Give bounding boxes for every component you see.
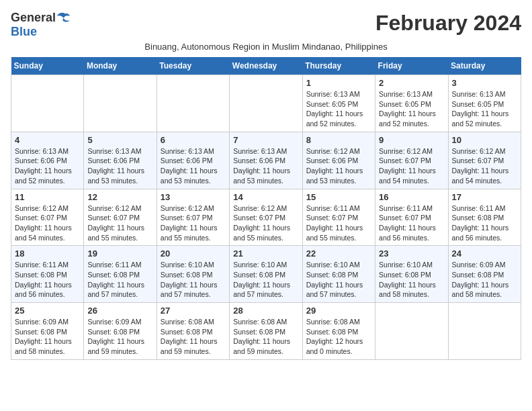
calendar-cell: 22Sunrise: 6:10 AMSunset: 6:08 PMDayligh… [302,246,375,303]
calendar-cell: 5Sunrise: 6:13 AMSunset: 6:06 PMDaylight… [84,132,157,189]
day-info: Sunrise: 6:13 AMSunset: 6:06 PMDaylight:… [87,146,152,186]
day-info: Sunrise: 6:10 AMSunset: 6:08 PMDaylight:… [379,260,444,300]
day-number: 15 [306,192,371,202]
day-info: Sunrise: 6:12 AMSunset: 6:07 PMDaylight:… [379,146,444,186]
calendar-cell: 18Sunrise: 6:11 AMSunset: 6:08 PMDayligh… [11,246,84,303]
day-number: 24 [452,248,517,259]
calendar-cell [84,75,157,132]
logo: General Blue [11,11,73,39]
calendar-cell [448,303,521,360]
day-number: 19 [87,248,152,259]
calendar-cell: 19Sunrise: 6:11 AMSunset: 6:08 PMDayligh… [84,246,157,303]
day-info: Sunrise: 6:11 AMSunset: 6:08 PMDaylight:… [15,260,80,300]
day-info: Sunrise: 6:13 AMSunset: 6:05 PMDaylight:… [306,89,371,129]
day-info: Sunrise: 6:13 AMSunset: 6:05 PMDaylight:… [379,89,444,129]
day-number: 25 [15,306,80,316]
calendar-cell: 12Sunrise: 6:12 AMSunset: 6:07 PMDayligh… [84,189,157,246]
logo-blue-text: Blue [11,25,37,39]
day-info: Sunrise: 6:13 AMSunset: 6:06 PMDaylight:… [233,146,298,186]
calendar-cell: 26Sunrise: 6:09 AMSunset: 6:08 PMDayligh… [84,303,157,360]
day-number: 16 [379,192,444,202]
calendar-cell: 8Sunrise: 6:12 AMSunset: 6:06 PMDaylight… [302,132,375,189]
calendar-cell: 9Sunrise: 6:12 AMSunset: 6:07 PMDaylight… [375,132,448,189]
calendar-week-3: 11Sunrise: 6:12 AMSunset: 6:07 PMDayligh… [11,189,521,246]
day-number: 13 [161,192,226,202]
column-header-tuesday: Tuesday [157,57,229,75]
calendar-cell: 25Sunrise: 6:09 AMSunset: 6:08 PMDayligh… [11,303,84,360]
day-info: Sunrise: 6:12 AMSunset: 6:07 PMDaylight:… [161,203,226,243]
day-info: Sunrise: 6:10 AMSunset: 6:08 PMDaylight:… [233,260,298,300]
calendar-cell: 11Sunrise: 6:12 AMSunset: 6:07 PMDayligh… [11,189,84,246]
day-info: Sunrise: 6:12 AMSunset: 6:07 PMDaylight:… [87,203,152,243]
calendar-cell: 27Sunrise: 6:08 AMSunset: 6:08 PMDayligh… [157,303,229,360]
day-number: 23 [379,248,444,259]
day-info: Sunrise: 6:11 AMSunset: 6:07 PMDaylight:… [379,203,444,243]
day-number: 28 [233,306,298,316]
day-number: 3 [452,78,517,88]
calendar-week-2: 4Sunrise: 6:13 AMSunset: 6:06 PMDaylight… [11,132,521,189]
calendar-cell: 21Sunrise: 6:10 AMSunset: 6:08 PMDayligh… [230,246,302,303]
day-number: 7 [233,135,298,145]
day-info: Sunrise: 6:10 AMSunset: 6:08 PMDaylight:… [306,260,371,300]
calendar-cell [11,75,84,132]
day-number: 27 [161,306,226,316]
calendar-week-1: 1Sunrise: 6:13 AMSunset: 6:05 PMDaylight… [11,75,521,132]
day-number: 21 [233,248,298,259]
day-info: Sunrise: 6:08 AMSunset: 6:08 PMDaylight:… [161,317,226,357]
calendar-table: SundayMondayTuesdayWednesdayThursdayFrid… [11,57,521,360]
day-number: 6 [161,135,226,145]
calendar-cell: 17Sunrise: 6:11 AMSunset: 6:08 PMDayligh… [448,189,521,246]
calendar-cell: 6Sunrise: 6:13 AMSunset: 6:06 PMDaylight… [157,132,229,189]
column-header-wednesday: Wednesday [230,57,302,75]
day-info: Sunrise: 6:10 AMSunset: 6:08 PMDaylight:… [161,260,226,300]
calendar-cell: 13Sunrise: 6:12 AMSunset: 6:07 PMDayligh… [157,189,229,246]
column-header-thursday: Thursday [302,57,375,75]
calendar-cell: 2Sunrise: 6:13 AMSunset: 6:05 PMDaylight… [375,75,448,132]
calendar-cell: 16Sunrise: 6:11 AMSunset: 6:07 PMDayligh… [375,189,448,246]
day-number: 29 [306,306,371,316]
header-row: SundayMondayTuesdayWednesdayThursdayFrid… [11,57,521,75]
logo-general-text: General [11,11,56,25]
calendar-cell: 3Sunrise: 6:13 AMSunset: 6:05 PMDaylight… [448,75,521,132]
day-info: Sunrise: 6:11 AMSunset: 6:08 PMDaylight:… [87,260,152,300]
day-info: Sunrise: 6:13 AMSunset: 6:06 PMDaylight:… [161,146,226,186]
column-header-monday: Monday [84,57,157,75]
day-info: Sunrise: 6:11 AMSunset: 6:08 PMDaylight:… [452,203,517,243]
day-info: Sunrise: 6:12 AMSunset: 6:07 PMDaylight:… [15,203,80,243]
day-number: 2 [379,78,444,88]
day-number: 8 [306,135,371,145]
calendar-week-5: 25Sunrise: 6:09 AMSunset: 6:08 PMDayligh… [11,303,521,360]
column-header-friday: Friday [375,57,448,75]
day-number: 22 [306,248,371,259]
day-info: Sunrise: 6:12 AMSunset: 6:07 PMDaylight:… [452,146,517,186]
calendar-cell [230,75,302,132]
calendar-cell [375,303,448,360]
day-info: Sunrise: 6:13 AMSunset: 6:06 PMDaylight:… [15,146,80,186]
day-number: 4 [15,135,80,145]
calendar-cell: 4Sunrise: 6:13 AMSunset: 6:06 PMDaylight… [11,132,84,189]
day-number: 12 [87,192,152,202]
day-info: Sunrise: 6:13 AMSunset: 6:05 PMDaylight:… [452,89,517,129]
calendar-cell: 1Sunrise: 6:13 AMSunset: 6:05 PMDaylight… [302,75,375,132]
day-number: 11 [15,192,80,202]
logo-bird-icon [57,11,73,25]
day-number: 20 [161,248,226,259]
day-info: Sunrise: 6:08 AMSunset: 6:08 PMDaylight:… [306,317,371,357]
calendar-cell: 15Sunrise: 6:11 AMSunset: 6:07 PMDayligh… [302,189,375,246]
calendar-cell: 14Sunrise: 6:12 AMSunset: 6:07 PMDayligh… [230,189,302,246]
calendar-cell: 28Sunrise: 6:08 AMSunset: 6:08 PMDayligh… [230,303,302,360]
day-number: 17 [452,192,517,202]
day-info: Sunrise: 6:11 AMSunset: 6:07 PMDaylight:… [306,203,371,243]
calendar-cell: 10Sunrise: 6:12 AMSunset: 6:07 PMDayligh… [448,132,521,189]
day-number: 14 [233,192,298,202]
day-number: 10 [452,135,517,145]
day-info: Sunrise: 6:08 AMSunset: 6:08 PMDaylight:… [233,317,298,357]
day-info: Sunrise: 6:12 AMSunset: 6:06 PMDaylight:… [306,146,371,186]
day-info: Sunrise: 6:09 AMSunset: 6:08 PMDaylight:… [87,317,152,357]
calendar-cell [157,75,229,132]
day-number: 5 [87,135,152,145]
calendar-cell: 20Sunrise: 6:10 AMSunset: 6:08 PMDayligh… [157,246,229,303]
calendar-cell: 7Sunrise: 6:13 AMSunset: 6:06 PMDaylight… [230,132,302,189]
day-info: Sunrise: 6:09 AMSunset: 6:08 PMDaylight:… [452,260,517,300]
calendar-cell: 23Sunrise: 6:10 AMSunset: 6:08 PMDayligh… [375,246,448,303]
